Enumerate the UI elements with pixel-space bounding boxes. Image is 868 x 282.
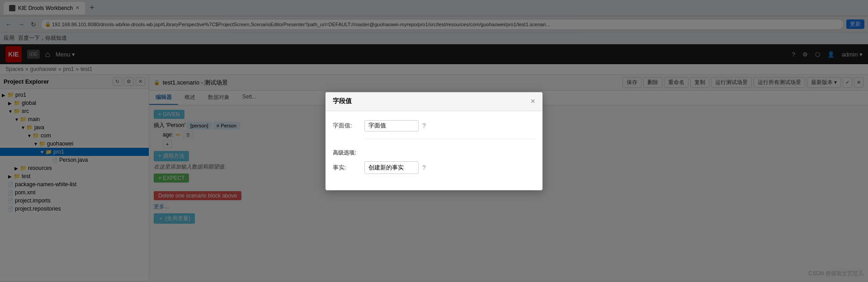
advanced-label: 高级选项: <box>333 150 356 156</box>
literal-value-row: 字面值: ? <box>333 120 535 132</box>
fact-select-button[interactable]: 创建新的事实 <box>364 161 419 174</box>
modal-header: 字段值 × <box>326 92 542 111</box>
fact-row: 事实: 创建新的事实 ? <box>333 161 535 174</box>
fact-help-icon[interactable]: ? <box>422 164 426 171</box>
advanced-section: 高级选项: <box>333 149 535 157</box>
modal-overlay[interactable]: 字段值 × 字面值: ? 高级选项: 事实: 创建新的事实 ? <box>0 0 868 281</box>
literal-input-area: ? <box>364 120 535 132</box>
fact-label: 事实: <box>333 164 364 172</box>
literal-help-icon[interactable]: ? <box>422 122 426 129</box>
modal-body: 字面值: ? 高级选项: 事实: 创建新的事实 ? <box>326 111 542 190</box>
literal-label: 字面值: <box>333 122 364 130</box>
literal-input[interactable] <box>364 120 419 132</box>
divider <box>364 139 535 144</box>
modal-close-button[interactable]: × <box>530 97 535 106</box>
field-value-modal: 字段值 × 字面值: ? 高级选项: 事实: 创建新的事实 ? <box>326 92 542 190</box>
fact-input-area: 创建新的事实 ? <box>364 161 535 174</box>
watermark: CSDN @假装文艺范儿 <box>808 270 863 277</box>
modal-title: 字段值 <box>333 97 352 105</box>
